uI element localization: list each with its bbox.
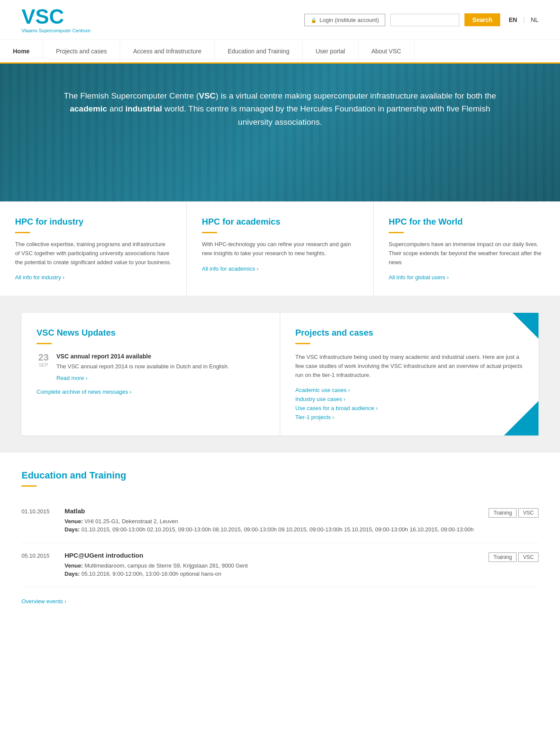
edu-info-0: Matlab Venue: VHI 01.25-G1, Dekenstraat … (65, 507, 489, 534)
hero-section: The Flemish Supercomputer Centre (VSC) i… (0, 64, 560, 201)
teal-deco-bottomright (504, 401, 538, 435)
search-input[interactable] (390, 14, 459, 26)
card-academics: HPC for academics With HPC-technology yo… (187, 202, 374, 296)
card-industry-accent (15, 232, 30, 233)
projects-tier1-link[interactable]: Tier-1 projects (295, 414, 523, 420)
card-world-accent (389, 232, 404, 233)
search-button[interactable]: Search (464, 13, 500, 26)
edu-tags-0: Training VSC (489, 507, 538, 518)
nav-item-userportal[interactable]: User portal (303, 40, 358, 62)
nav-item-education[interactable]: Education and Training (215, 40, 303, 62)
edu-event-0: 01.10.2015 Matlab Venue: VHI 01.25-G1, D… (22, 499, 538, 543)
edu-date-0: 01.10.2015 (22, 507, 65, 515)
logo: VSC Vlaams Supercomputer Centrum (22, 6, 90, 33)
projects-academic-link[interactable]: Academic use cases (295, 387, 523, 393)
card-world-body: Supercomputers have an immense impact on… (389, 240, 545, 267)
card-academics-body: With HPC-technology you can refine your … (202, 240, 358, 258)
overview-link: Overview events (22, 598, 538, 605)
edu-event-title-0: Matlab (65, 507, 489, 515)
news-month: SEP (37, 362, 50, 367)
card-academics-title: HPC for academics (202, 217, 358, 227)
projects-broad-link[interactable]: Use cases for a broad audience (295, 405, 523, 411)
edu-days-1: Days: 05.10.2016, 9:00-12:00h, 13:00-16:… (65, 570, 489, 578)
edu-info-1: HPC@UGent introduction Venue: Multimedia… (65, 552, 489, 578)
nav-item-access[interactable]: Access and Infrastructure (120, 40, 215, 62)
education-accent (22, 485, 37, 487)
edu-tag-vsc-0: VSC (518, 508, 538, 518)
edu-tag-vsc-1: VSC (518, 552, 538, 562)
edu-venue-1: Venue: Multimediaroom, campus de Sterre … (65, 562, 489, 570)
lang-nl[interactable]: NL (531, 16, 538, 23)
education-section: Education and Training 01.10.2015 Matlab… (0, 453, 560, 626)
projects-links: Academic use cases Industry use cases Us… (295, 387, 523, 420)
news-archive-link[interactable]: Complete archive of news messages (37, 389, 131, 395)
news-panel-title: VSC News Updates (37, 328, 265, 338)
edu-days-0: Days: 01.10.2015, 09:00-13:00h 02.10.201… (65, 525, 489, 534)
card-world-link[interactable]: All info for global users (389, 274, 449, 281)
card-academics-accent (202, 232, 217, 233)
lang-en[interactable]: EN (509, 16, 517, 23)
news-content: VSC annual report 2014 available The VSC… (56, 353, 229, 381)
header-right: Login (institute account) Search EN | NL (304, 13, 538, 26)
card-world-title: HPC for the World (389, 217, 545, 227)
lang-separator: | (523, 16, 525, 23)
hero-text: The Flemish Supercomputer Centre (VSC) i… (0, 64, 560, 146)
lock-icon (311, 17, 317, 23)
news-projects-section: VSC News Updates 23 SEP VSC annual repor… (0, 296, 560, 452)
education-title: Education and Training (22, 470, 538, 481)
edu-tags-1: Training VSC (489, 552, 538, 562)
main-nav: Home Projects and cases Access and Infra… (0, 40, 560, 64)
login-label: Login (institute account) (319, 17, 379, 23)
projects-industry-link[interactable]: Industry use cases (295, 396, 523, 402)
edu-tag-training-1: Training (489, 552, 517, 562)
card-industry: HPC for industry The collective expertis… (0, 202, 187, 296)
site-header: VSC Vlaams Supercomputer Centrum Login (… (0, 0, 560, 40)
logo-text: VSC (22, 6, 90, 27)
nav-item-projects[interactable]: Projects and cases (43, 40, 120, 62)
news-panel: VSC News Updates 23 SEP VSC annual repor… (22, 313, 280, 435)
nav-item-about[interactable]: About VSC (359, 40, 415, 62)
card-industry-title: HPC for industry (15, 217, 171, 227)
two-panel-inner: VSC News Updates 23 SEP VSC annual repor… (22, 313, 538, 435)
three-cards: HPC for industry The collective expertis… (0, 201, 560, 296)
edu-tag-training-0: Training (489, 508, 517, 518)
card-industry-body: The collective expertise, training progr… (15, 240, 171, 267)
news-body: The VSC annual report 2014 is now availa… (56, 362, 229, 371)
logo-subtitle: Vlaams Supercomputer Centrum (22, 28, 90, 33)
edu-event-1: 05.10.2015 HPC@UGent introduction Venue:… (22, 543, 538, 587)
edu-venue-0: Venue: VHI 01.25-G1, Dekenstraat 2, Leuv… (65, 517, 489, 526)
projects-panel: Projects and cases The VSC infrastructur… (280, 313, 538, 435)
news-day: 23 (37, 353, 50, 362)
projects-body: The VSC infrastructure being used by man… (295, 353, 523, 380)
news-archive: Complete archive of news messages (37, 388, 265, 395)
news-read-more-link[interactable]: Read more (56, 375, 87, 381)
overview-events-link[interactable]: Overview events (22, 598, 66, 605)
card-world: HPC for the World Supercomputers have an… (374, 202, 560, 296)
card-industry-link[interactable]: All info for industry (15, 274, 65, 281)
news-date: 23 SEP (37, 353, 50, 367)
edu-date-1: 05.10.2015 (22, 552, 65, 559)
projects-panel-accent (295, 343, 310, 344)
projects-panel-title: Projects and cases (295, 328, 523, 338)
edu-event-title-1: HPC@UGent introduction (65, 552, 489, 559)
nav-item-home[interactable]: Home (0, 40, 43, 64)
card-academics-link[interactable]: All info for academics (202, 265, 259, 272)
news-panel-accent (37, 343, 52, 344)
teal-deco-topleft (513, 313, 538, 339)
news-item: 23 SEP VSC annual report 2014 available … (37, 353, 265, 381)
news-headline: VSC annual report 2014 available (56, 353, 229, 360)
login-button[interactable]: Login (institute account) (304, 14, 385, 26)
